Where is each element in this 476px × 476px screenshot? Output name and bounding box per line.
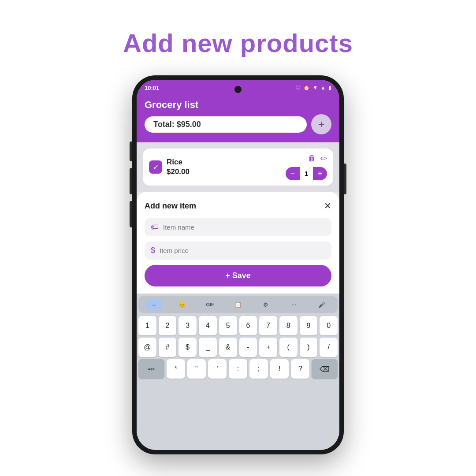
item-price: $20.00 xyxy=(167,167,281,176)
list-area: ✓ Rice $20.00 🗑 ✏ − 1 + xyxy=(137,142,339,192)
item-icons: 🗑 ✏ xyxy=(308,154,327,164)
kb-settings-button[interactable]: ⚙ xyxy=(258,299,274,310)
item-info: Rice $20.00 xyxy=(167,158,281,176)
app-header: Grocery list Total: $95.00 + xyxy=(137,96,339,142)
phone-mockup: 10:01 🛡 ⏰ ▼ ▲ ▮ Grocery list Total: $95.… xyxy=(132,75,344,454)
keyboard-row-numbers: 1 2 3 4 5 6 7 8 9 0 xyxy=(138,316,338,335)
volume-up-button xyxy=(130,141,132,161)
key-plus[interactable]: + xyxy=(259,338,277,357)
key-alt[interactable]: =\< xyxy=(138,359,164,379)
key-9[interactable]: 9 xyxy=(300,316,318,335)
key-1[interactable]: 1 xyxy=(138,316,156,335)
key-5[interactable]: 5 xyxy=(219,316,237,335)
item-price-input-row: $ xyxy=(145,242,331,260)
key-close-paren[interactable]: ) xyxy=(300,338,318,357)
total-pill: Total: $95.00 xyxy=(145,116,307,133)
total-label: Total: xyxy=(153,120,175,129)
phone-screen: 10:01 🛡 ⏰ ▼ ▲ ▮ Grocery list Total: $95.… xyxy=(137,80,339,450)
key-8[interactable]: 8 xyxy=(279,316,298,335)
total-value: $95.00 xyxy=(177,120,201,129)
keyboard-toolbar: ← 😊 GIF 📋 ⚙ ··· 🎤 xyxy=(138,296,338,313)
delete-icon[interactable]: 🗑 xyxy=(308,154,316,164)
item-actions: 🗑 ✏ − 1 + xyxy=(286,154,327,180)
page-title: Add new products xyxy=(123,28,353,58)
modal-title: Add new item xyxy=(145,201,196,211)
key-semicolon[interactable]: ; xyxy=(249,359,268,379)
edit-icon[interactable]: ✏ xyxy=(320,154,327,164)
key-slash[interactable]: / xyxy=(320,338,338,357)
add-item-button[interactable]: + xyxy=(311,114,331,134)
key-asterisk[interactable]: * xyxy=(167,359,185,379)
dollar-icon: $ xyxy=(151,246,155,255)
volume-down-button xyxy=(130,168,132,194)
shield-icon: 🛡 xyxy=(295,85,301,91)
kb-emoji-button[interactable]: 😊 xyxy=(174,299,190,310)
key-ampersand[interactable]: & xyxy=(219,338,237,357)
kb-gif-button[interactable]: GIF xyxy=(202,299,218,310)
modal-header: Add new item ✕ xyxy=(145,201,331,211)
tag-icon: 🏷 xyxy=(151,223,159,232)
key-apostrophe[interactable]: ' xyxy=(208,359,227,379)
kb-more-button[interactable]: ··· xyxy=(286,299,302,310)
key-7[interactable]: 7 xyxy=(259,316,277,335)
status-icons: 🛡 ⏰ ▼ ▲ ▮ xyxy=(295,85,331,91)
item-name-input[interactable] xyxy=(163,223,325,231)
qty-value: 1 xyxy=(300,167,313,180)
keyboard-row-symbols: @ # $ _ & - + ( ) / xyxy=(138,338,338,357)
status-time: 10:01 xyxy=(145,85,159,91)
key-at[interactable]: @ xyxy=(138,338,156,357)
key-minus[interactable]: - xyxy=(239,338,257,357)
key-open-paren[interactable]: ( xyxy=(279,338,298,357)
keyboard: ← 😊 GIF 📋 ⚙ ··· 🎤 1 2 3 4 5 6 7 8 9 0 xyxy=(137,294,339,450)
kb-clipboard-button[interactable]: 📋 xyxy=(230,299,246,310)
item-price-input[interactable] xyxy=(160,247,325,254)
item-name-input-row: 🏷 xyxy=(145,218,331,236)
camera-notch xyxy=(234,86,242,93)
key-hash[interactable]: # xyxy=(159,338,177,357)
key-quote[interactable]: " xyxy=(187,359,206,379)
kb-back-button[interactable]: ← xyxy=(146,299,162,310)
key-4[interactable]: 4 xyxy=(199,316,217,335)
item-name: Rice xyxy=(167,158,281,167)
key-exclaim[interactable]: ! xyxy=(270,359,289,379)
item-checkbox[interactable]: ✓ xyxy=(149,160,162,174)
total-bar: Total: $95.00 + xyxy=(145,114,331,134)
save-button[interactable]: + Save xyxy=(145,265,331,286)
key-0[interactable]: 0 xyxy=(320,316,338,335)
qty-decrease-button[interactable]: − xyxy=(286,167,300,180)
power-button xyxy=(344,164,346,194)
key-question[interactable]: ? xyxy=(291,359,309,379)
silent-button xyxy=(130,201,132,227)
alarm-icon: ⏰ xyxy=(303,85,310,91)
key-underscore[interactable]: _ xyxy=(199,338,217,357)
modal-close-button[interactable]: ✕ xyxy=(324,201,331,211)
qty-increase-button[interactable]: + xyxy=(313,167,327,180)
key-2[interactable]: 2 xyxy=(159,316,177,335)
app-title: Grocery list xyxy=(145,99,331,111)
key-backspace[interactable]: ⌫ xyxy=(312,359,338,379)
key-dollar[interactable]: $ xyxy=(178,338,197,357)
keyboard-row-special: =\< * " ' : ; ! ? ⌫ xyxy=(138,359,338,379)
kb-mic-button[interactable]: 🎤 xyxy=(314,299,330,310)
check-icon: ✓ xyxy=(153,163,159,171)
wifi-icon: ▼ xyxy=(312,85,318,91)
add-item-modal: Add new item ✕ 🏷 $ + Save xyxy=(137,192,339,294)
signal-icon: ▲ xyxy=(320,85,326,91)
key-colon[interactable]: : xyxy=(229,359,247,379)
battery-icon: ▮ xyxy=(328,85,331,91)
quantity-control: − 1 + xyxy=(286,167,327,180)
key-6[interactable]: 6 xyxy=(239,316,257,335)
list-item: ✓ Rice $20.00 🗑 ✏ − 1 + xyxy=(143,149,333,186)
key-3[interactable]: 3 xyxy=(178,316,197,335)
